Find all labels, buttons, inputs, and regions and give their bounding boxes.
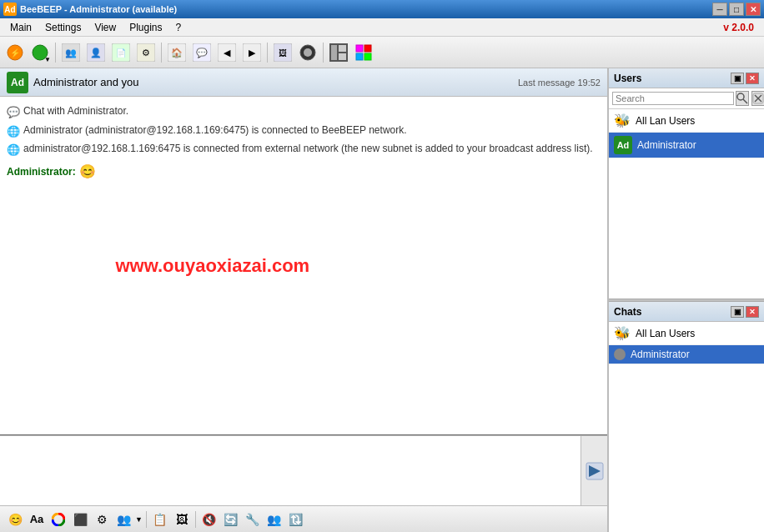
color-button[interactable] <box>48 509 68 529</box>
chat-bee-icon: 🐝 <box>614 325 631 341</box>
user-list: 🐝 All Lan Users Ad Administrator <box>609 109 764 299</box>
network-icon[interactable]: ⚡ <box>3 41 27 64</box>
svg-text:◀: ◀ <box>224 48 231 58</box>
chat-input[interactable] <box>0 436 581 505</box>
message-1: 💬 Chat with Administrator. <box>7 103 601 121</box>
svg-rect-27 <box>356 45 363 52</box>
svg-text:👤: 👤 <box>90 47 102 58</box>
filter-button[interactable]: ⬛ <box>70 509 90 529</box>
bottom-separator-2 <box>195 511 196 528</box>
settings-icon[interactable]: ⚙ <box>134 41 158 64</box>
svg-rect-28 <box>364 45 371 52</box>
send-file-icon[interactable]: 📄 <box>109 41 133 64</box>
chat-item-all-lan[interactable]: 🐝 All Lan Users <box>609 322 764 345</box>
last-message-time: Last message 19:52 <box>518 78 601 88</box>
admin-avatar: Ad <box>614 136 632 154</box>
broom-button[interactable]: 🔧 <box>243 509 263 529</box>
add-user-icon[interactable]: 👤 <box>84 41 108 64</box>
menu-main[interactable]: Main <box>3 20 38 35</box>
message-2: 🌐 Administrator (administrator@192.168.1… <box>7 123 601 140</box>
chats-close-button[interactable]: ✕ <box>746 306 759 318</box>
menu-settings[interactable]: Settings <box>38 20 88 35</box>
svg-text:⚡: ⚡ <box>10 48 21 58</box>
chat-header: Ad Administrator and you Last message 19… <box>0 68 607 97</box>
sender-line: Administrator: 😊 <box>7 162 601 182</box>
svg-rect-29 <box>356 53 363 60</box>
font-button[interactable]: Aa <box>27 509 47 529</box>
menu-plugins[interactable]: Plugins <box>123 20 168 35</box>
user-item-admin-label: Administrator <box>637 139 696 151</box>
status-icon[interactable]: ▼ <box>28 41 52 64</box>
tetris-icon[interactable] <box>352 41 375 64</box>
app-icon: Ad <box>3 3 17 16</box>
message-text-3: administrator@192.168.1.169:6475 is conn… <box>23 141 593 156</box>
search-clear-button[interactable] <box>751 91 764 106</box>
next-icon[interactable]: ▶ <box>240 41 264 64</box>
svg-text:⚙: ⚙ <box>142 48 150 58</box>
home-icon[interactable]: 🏠 <box>165 41 188 64</box>
screenshot-icon[interactable]: 🖼 <box>271 41 294 64</box>
search-button[interactable] <box>736 91 749 106</box>
chat-messages: 💬 Chat with Administrator. 🌐 Administrat… <box>0 97 607 434</box>
svg-point-34 <box>737 93 744 100</box>
chats-restore-button[interactable]: ▣ <box>731 306 744 318</box>
chat-header-title: Administrator and you <box>33 76 138 88</box>
message-3: 🌐 administrator@192.168.1.169:6475 is co… <box>7 141 601 158</box>
close-button[interactable]: ✕ <box>746 3 761 16</box>
message-text-1: Chat with Administrator. <box>23 103 128 118</box>
toolbar-separator-2 <box>161 43 162 63</box>
add-users-button[interactable]: 👥 <box>113 509 133 529</box>
message-icon-3: 🌐 <box>7 142 20 158</box>
search-bar <box>609 88 764 109</box>
attach-file-button[interactable]: 📋 <box>150 509 170 529</box>
record-icon[interactable] <box>296 41 319 64</box>
users-restore-button[interactable]: ▣ <box>731 73 744 84</box>
users-close-button[interactable]: ✕ <box>746 73 759 84</box>
chat-list: 🐝 All Lan Users Administrator <box>609 322 764 532</box>
main-toolbar: ⚡ ▼ 👥 👤 📄 ⚙ 🏠 💬 ◀ ▶ 🖼 <box>0 37 764 68</box>
chat-settings-button[interactable]: ⚙ <box>92 509 112 529</box>
users-section: Users ▣ ✕ <box>609 68 764 299</box>
svg-rect-26 <box>339 53 346 60</box>
user-item-all-lan[interactable]: 🐝 All Lan Users <box>609 109 764 133</box>
menu-help[interactable]: ? <box>169 20 188 35</box>
toolbar-separator-4 <box>323 43 324 63</box>
group-off-button[interactable]: 👥 <box>264 509 284 529</box>
main-content: Ad Administrator and you Last message 19… <box>0 68 764 532</box>
svg-text:💬: 💬 <box>196 47 208 58</box>
search-input[interactable] <box>612 92 734 105</box>
users-icon[interactable]: 👥 <box>59 41 83 64</box>
emoji-button[interactable]: 😊 <box>5 509 25 529</box>
message-text-2: Administrator (administrator@192.168.1.1… <box>23 123 407 138</box>
chat-item-all-lan-label: All Lan Users <box>636 328 695 339</box>
menu-view[interactable]: View <box>88 20 123 35</box>
bottom-toolbar: 😊 Aa ⬛ ⚙ 👥 ▼ 📋 🖼 🔇 🔄 🔧 👥 <box>0 505 607 532</box>
chats-panel-buttons: ▣ ✕ <box>731 306 759 318</box>
group-clear-button[interactable]: 🔃 <box>286 509 306 529</box>
chat-item-administrator[interactable]: Administrator <box>609 345 764 364</box>
svg-text:🖼: 🖼 <box>279 48 287 58</box>
chat-admin-dot <box>614 349 626 360</box>
users-panel-header: Users ▣ ✕ <box>609 68 764 88</box>
clear-chat-button[interactable]: 🔄 <box>221 509 241 529</box>
toolbar-separator-3 <box>267 43 268 63</box>
split-icon[interactable] <box>327 41 350 64</box>
attach-image-button[interactable]: 🖼 <box>172 509 192 529</box>
minimize-button[interactable]: ─ <box>712 3 727 16</box>
svg-point-22 <box>304 48 312 57</box>
toolbar-separator-1 <box>55 43 56 63</box>
svg-text:▶: ▶ <box>249 48 256 58</box>
prev-icon[interactable]: ◀ <box>215 41 239 64</box>
dropdown-users-btn[interactable]: ▼ <box>135 515 143 524</box>
mute-button[interactable]: 🔇 <box>199 509 219 529</box>
right-panel: Users ▣ ✕ <box>609 68 764 532</box>
svg-text:📄: 📄 <box>116 48 127 58</box>
user-item-administrator[interactable]: Ad Administrator <box>609 133 764 158</box>
user-item-all-lan-label: All Lan Users <box>636 115 695 127</box>
chat-icon[interactable]: 💬 <box>190 41 214 64</box>
bee-icon: 🐝 <box>614 113 631 128</box>
maximize-button[interactable]: □ <box>729 3 744 16</box>
chat-area: Ad Administrator and you Last message 19… <box>0 68 609 532</box>
svg-text:👥: 👥 <box>65 47 77 58</box>
send-button[interactable] <box>581 436 607 505</box>
